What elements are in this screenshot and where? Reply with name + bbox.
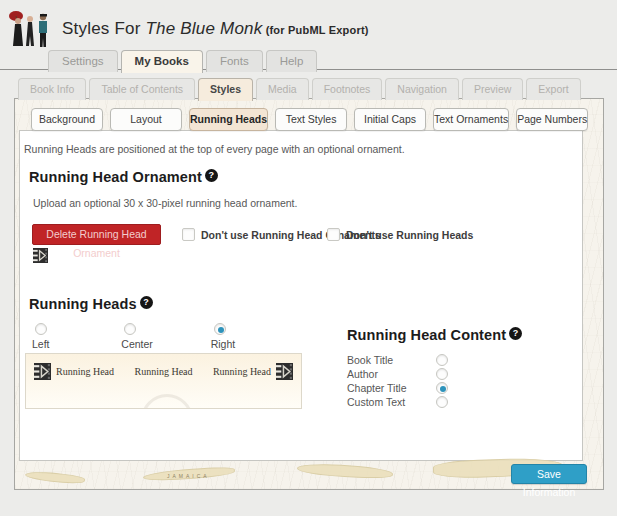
book-title: The Blue Monk	[145, 19, 262, 38]
tab-export[interactable]: Export	[526, 78, 580, 100]
radio-custom-text[interactable]	[436, 396, 448, 408]
content-options: Book Title Author Chapter Title Custom T…	[347, 355, 448, 407]
save-information-button[interactable]: Save Information	[511, 464, 587, 484]
ornament-section-heading: Running Head Ornament?	[29, 169, 218, 185]
preview-watermark	[141, 394, 193, 409]
radio-center[interactable]	[124, 323, 136, 335]
tab-running-heads[interactable]: Running Heads	[189, 108, 268, 131]
preview-left: Running Head	[34, 363, 114, 380]
ornament-heading-text: Running Head Ornament	[29, 169, 202, 185]
intro-text: Running Heads are positioned at the top …	[24, 143, 405, 155]
option-label: Book Title	[347, 354, 393, 366]
app-logo-people-icon	[8, 8, 52, 50]
checkbox-no-running-heads[interactable]: Don't use Running Heads	[327, 228, 473, 241]
app-header: Styles For The Blue Monk (for PubML Expo…	[8, 8, 369, 50]
help-icon[interactable]: ?	[205, 169, 218, 182]
running-heads-card: Running Heads are positioned at the top …	[19, 130, 583, 461]
tab-my-books[interactable]: My Books	[121, 50, 203, 73]
content-option-book-title[interactable]: Book Title	[347, 355, 448, 365]
radio-left[interactable]	[35, 323, 47, 335]
tab-help[interactable]: Help	[266, 50, 318, 72]
checkbox-label: Don't use Running Heads	[346, 229, 473, 241]
option-label: Custom Text	[347, 396, 405, 408]
alignment-label: Center	[121, 338, 210, 350]
alignment-option-left[interactable]: Left	[32, 323, 121, 350]
tab-table-of-contents[interactable]: Table of Contents	[89, 78, 195, 100]
tab-initial-caps[interactable]: Initial Caps	[354, 108, 426, 131]
content-option-chapter-title[interactable]: Chapter Title	[347, 383, 448, 393]
help-icon[interactable]: ?	[509, 327, 522, 340]
content-section-heading: Running Head Content?	[347, 327, 522, 343]
title-suffix: (for PubML Export)	[262, 24, 368, 36]
running-heads-section-heading: Running Heads?	[29, 296, 153, 312]
tab-layout[interactable]: Layout	[110, 108, 182, 131]
book-tab-bar: Book Info Table of Contents Styles Media…	[18, 78, 581, 100]
tab-text-styles[interactable]: Text Styles	[275, 108, 347, 131]
map-label: JAMAICA	[167, 473, 210, 479]
alignment-option-center[interactable]: Center	[121, 323, 210, 350]
tab-background[interactable]: Background	[31, 108, 103, 131]
radio-author[interactable]	[436, 368, 448, 380]
option-label: Chapter Title	[347, 382, 407, 394]
alignment-option-right[interactable]: Right	[211, 323, 300, 350]
radio-right[interactable]	[214, 323, 226, 335]
preview-text: Running Head	[56, 366, 114, 377]
help-icon[interactable]: ?	[140, 296, 153, 309]
map-island-shape	[25, 470, 86, 485]
alignment-options: Left Center Right	[32, 323, 300, 350]
running-heads-heading-text: Running Heads	[29, 296, 137, 312]
title-prefix: Styles For	[62, 19, 145, 38]
tab-page-numbers[interactable]: Page Numbers	[516, 108, 588, 131]
preview-text: Running Head	[213, 366, 271, 377]
style-tab-bar: Background Layout Running Heads Text Sty…	[31, 108, 588, 131]
tab-footnotes[interactable]: Footnotes	[312, 78, 383, 100]
upload-hint: Upload an optional 30 x 30-pixel running…	[33, 197, 297, 209]
page-title: Styles For The Blue Monk (for PubML Expo…	[62, 19, 369, 39]
tab-media[interactable]: Media	[256, 78, 309, 100]
map-island-shape	[297, 462, 393, 479]
tab-preview[interactable]: Preview	[462, 78, 523, 100]
tab-fonts[interactable]: Fonts	[206, 50, 263, 72]
option-label: Author	[347, 368, 378, 380]
alignment-label: Right	[211, 338, 300, 350]
content-heading-text: Running Head Content	[347, 327, 506, 343]
radio-book-title[interactable]	[436, 354, 448, 366]
tab-settings[interactable]: Settings	[48, 50, 118, 72]
ornament-thumbnail-icon	[33, 248, 48, 263]
preview-text: Running Head	[134, 366, 192, 377]
content-option-custom-text[interactable]: Custom Text	[347, 397, 448, 407]
running-head-preview: Running Head Running Head Running Head	[25, 353, 302, 409]
preview-right: Running Head	[213, 363, 293, 380]
alignment-label: Left	[32, 338, 121, 350]
tab-book-info[interactable]: Book Info	[18, 78, 86, 100]
tab-styles[interactable]: Styles	[198, 78, 253, 101]
delete-ornament-button[interactable]: Delete Running Head Ornament	[32, 224, 161, 245]
preview-ornament-icon	[34, 363, 51, 380]
checkbox-icon[interactable]	[182, 228, 195, 241]
preview-row: Running Head Running Head Running Head	[34, 363, 293, 380]
preview-center: Running Head	[134, 366, 192, 377]
content-option-author[interactable]: Author	[347, 369, 448, 379]
main-tab-bar: Settings My Books Fonts Help	[48, 50, 317, 72]
styles-panel: Background Layout Running Heads Text Sty…	[14, 98, 604, 490]
preview-ornament-icon	[276, 363, 293, 380]
radio-chapter-title[interactable]	[436, 382, 448, 394]
checkbox-icon[interactable]	[327, 228, 340, 241]
tab-text-ornaments[interactable]: Text Ornaments	[433, 108, 509, 131]
app-window: Styles For The Blue Monk (for PubML Expo…	[0, 0, 617, 516]
tab-navigation[interactable]: Navigation	[385, 78, 459, 100]
